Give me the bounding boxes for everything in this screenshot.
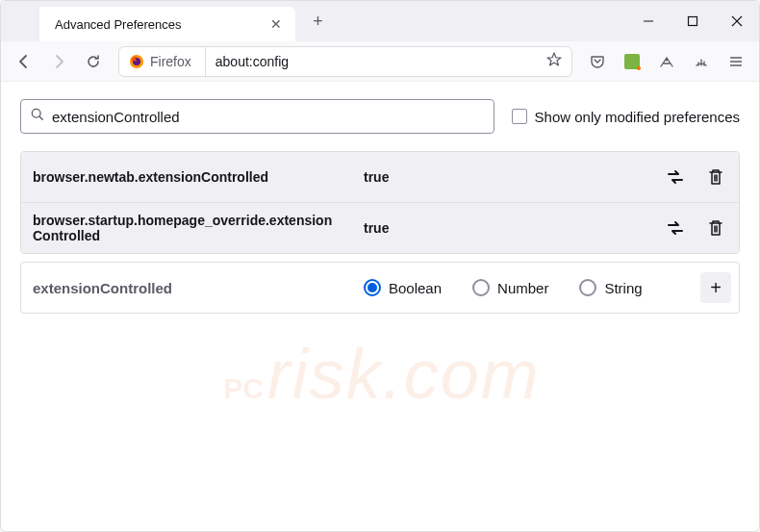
identity-box[interactable]: Firefox bbox=[119, 47, 206, 76]
new-pref-name: extensionControlled bbox=[33, 280, 341, 296]
app-menu-button[interactable] bbox=[721, 46, 751, 77]
svg-rect-1 bbox=[689, 17, 697, 26]
pref-row: browser.startup.homepage_override.extens… bbox=[21, 202, 739, 253]
toggle-button[interactable] bbox=[660, 162, 691, 192]
toggle-button[interactable] bbox=[660, 213, 691, 243]
close-window-button[interactable] bbox=[715, 1, 759, 41]
reload-button[interactable] bbox=[78, 46, 109, 77]
pref-value: true bbox=[364, 220, 637, 236]
pocket-icon[interactable] bbox=[582, 46, 613, 77]
back-button[interactable] bbox=[9, 46, 39, 77]
radio-label: Boolean bbox=[389, 280, 442, 296]
new-pref-row: extensionControlled Boolean Number Strin… bbox=[20, 262, 740, 314]
protections-icon[interactable] bbox=[686, 46, 717, 77]
forward-button[interactable] bbox=[43, 46, 74, 77]
window-controls bbox=[626, 1, 759, 41]
title-bar: Advanced Preferences ✕ + bbox=[1, 1, 759, 41]
radio-icon bbox=[472, 279, 490, 296]
svg-line-10 bbox=[39, 116, 42, 119]
firefox-logo-icon bbox=[129, 54, 144, 69]
maximize-button[interactable] bbox=[671, 1, 715, 41]
close-tab-icon[interactable]: ✕ bbox=[268, 16, 284, 32]
bookmark-star-icon[interactable] bbox=[537, 52, 571, 71]
checkbox-icon bbox=[512, 109, 527, 124]
url-bar[interactable]: Firefox bbox=[118, 46, 572, 77]
watermark: PCrisk.com bbox=[219, 335, 541, 416]
identity-label: Firefox bbox=[150, 54, 197, 69]
radio-icon bbox=[364, 279, 381, 296]
pref-row: browser.newtab.extensionControlled true bbox=[21, 152, 739, 202]
extension-icon[interactable] bbox=[617, 46, 647, 77]
type-radio-number[interactable]: Number bbox=[472, 279, 548, 296]
browser-tab[interactable]: Advanced Preferences ✕ bbox=[39, 7, 295, 41]
preference-search-box[interactable] bbox=[20, 99, 494, 134]
tab-title: Advanced Preferences bbox=[55, 17, 182, 32]
type-radio-string[interactable]: String bbox=[579, 279, 642, 296]
account-icon[interactable] bbox=[651, 46, 682, 77]
show-modified-toggle[interactable]: Show only modified preferences bbox=[512, 109, 740, 125]
new-tab-button[interactable]: + bbox=[305, 8, 332, 35]
pref-name: browser.startup.homepage_override.extens… bbox=[33, 213, 341, 243]
pref-value: true bbox=[364, 169, 637, 185]
add-pref-button[interactable]: + bbox=[700, 272, 731, 303]
preference-search-input[interactable] bbox=[52, 109, 484, 125]
radio-label: String bbox=[604, 280, 642, 296]
radio-label: Number bbox=[497, 280, 548, 296]
show-modified-label: Show only modified preferences bbox=[535, 109, 740, 125]
nav-toolbar: Firefox bbox=[1, 41, 759, 82]
preference-list: browser.newtab.extensionControlled true … bbox=[20, 151, 740, 254]
type-radio-boolean[interactable]: Boolean bbox=[364, 279, 442, 296]
pref-name: browser.newtab.extensionControlled bbox=[33, 169, 341, 185]
minimize-button[interactable] bbox=[626, 1, 671, 41]
delete-button[interactable] bbox=[700, 162, 731, 192]
delete-button[interactable] bbox=[700, 213, 731, 243]
url-input[interactable] bbox=[206, 54, 537, 69]
search-icon bbox=[31, 108, 44, 125]
radio-icon bbox=[579, 279, 596, 296]
